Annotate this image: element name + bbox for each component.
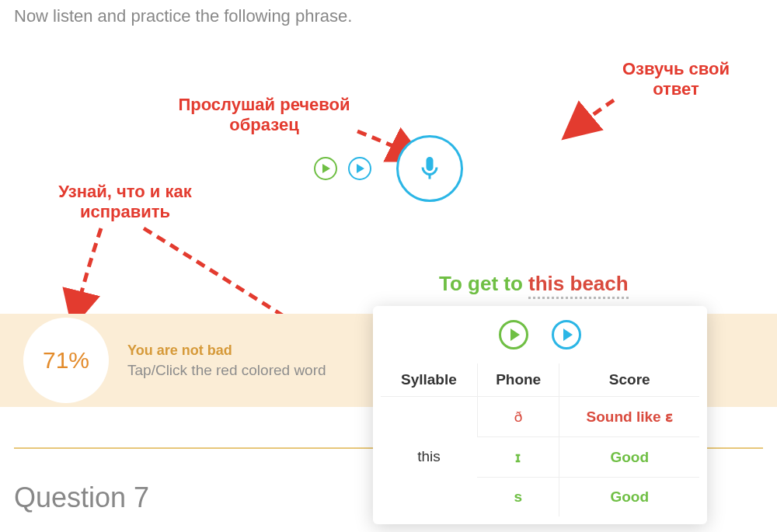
phone-cell: ð — [477, 397, 559, 437]
audio-controls — [0, 135, 777, 202]
popup-play-user-button[interactable] — [552, 320, 581, 349]
play-icon — [563, 329, 573, 341]
main-area: Прослушай речевой образец Озвучь свой от… — [0, 42, 777, 523]
phone-cell: s — [477, 478, 559, 517]
popup-audio-controls — [381, 320, 699, 349]
phrase-error-part[interactable]: this beach — [528, 272, 629, 299]
feedback-title: You are not bad — [127, 342, 326, 359]
score-cell: Sound like ɛ — [559, 397, 699, 437]
col-score: Score — [559, 363, 699, 397]
play-icon — [322, 164, 330, 173]
record-button[interactable] — [396, 135, 463, 202]
play-icon — [357, 164, 364, 173]
play-icon — [510, 329, 520, 341]
score-cell: Good — [559, 437, 699, 478]
col-phone: Phone — [477, 363, 559, 397]
annotation-listen: Прослушай речевой образец — [163, 95, 365, 136]
table-row: this ð Sound like ɛ — [381, 397, 699, 437]
score-cell: Good — [559, 478, 699, 517]
instruction-text: Now listen and practice the following ph… — [0, 0, 777, 42]
score-badge: 71% — [23, 318, 109, 403]
practice-phrase: To get to this beach — [439, 272, 629, 296]
feedback-text: You are not bad Tap/Click the red colore… — [127, 342, 326, 379]
feedback-subtitle: Tap/Click the red colored word — [127, 362, 326, 379]
pronunciation-popup: Syllable Phone Score this ð Sound like ɛ… — [373, 306, 707, 524]
microphone-icon — [416, 155, 444, 183]
annotation-record: Озвучь свой ответ — [602, 59, 750, 100]
col-syllable: Syllable — [381, 363, 477, 397]
phone-cell: ɪ — [477, 437, 559, 478]
pronunciation-table: Syllable Phone Score this ð Sound like ɛ… — [381, 363, 699, 516]
syllable-cell: this — [381, 397, 477, 517]
popup-play-sample-button[interactable] — [499, 320, 528, 349]
question-heading: Question 7 — [14, 482, 149, 514]
play-sample-button[interactable] — [314, 157, 337, 180]
phrase-good-part: To get to — [439, 272, 528, 295]
play-user-button[interactable] — [348, 157, 371, 180]
